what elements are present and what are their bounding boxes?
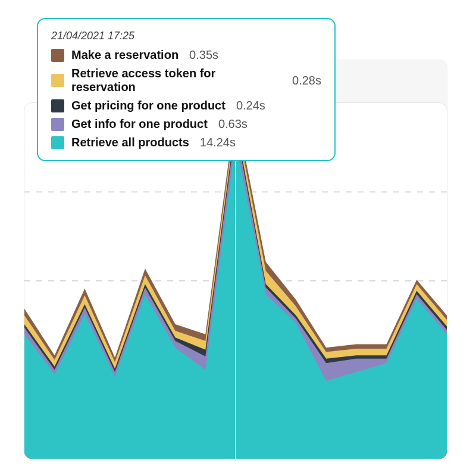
tooltip-label: Make a reservation	[71, 48, 178, 62]
tooltip-label: Retrieve access token for reservation	[71, 67, 281, 94]
tooltip-value: 0.28s	[292, 74, 321, 87]
tooltip-row: Retrieve access token for reservation0.2…	[51, 67, 321, 94]
tooltip-row: Get pricing for one product0.24s	[51, 99, 321, 112]
tooltip-swatch	[51, 49, 64, 62]
tooltip-value: 14.24s	[200, 136, 236, 149]
tooltip-row: Get info for one product0.63s	[51, 117, 321, 131]
tooltip-swatch	[51, 74, 64, 87]
tooltip-label: Get info for one product	[71, 117, 208, 131]
tooltip-swatch	[51, 99, 64, 112]
tooltip-swatch	[51, 136, 64, 149]
tooltip-value: 0.35s	[189, 48, 218, 62]
tooltip-swatch	[51, 118, 64, 131]
tooltip-value: 0.63s	[218, 117, 248, 131]
tooltip-row: Make a reservation0.35s	[51, 48, 321, 62]
tooltip-value: 0.24s	[236, 99, 265, 112]
tooltip-label: Retrieve all products	[71, 136, 189, 149]
tooltip-label: Get pricing for one product	[71, 99, 226, 112]
tooltip-row: Retrieve all products14.24s	[51, 136, 321, 149]
chart-tooltip: 21/04/2021 17:25 Make a reservation0.35s…	[37, 18, 336, 161]
tooltip-timestamp: 21/04/2021 17:25	[51, 30, 321, 42]
